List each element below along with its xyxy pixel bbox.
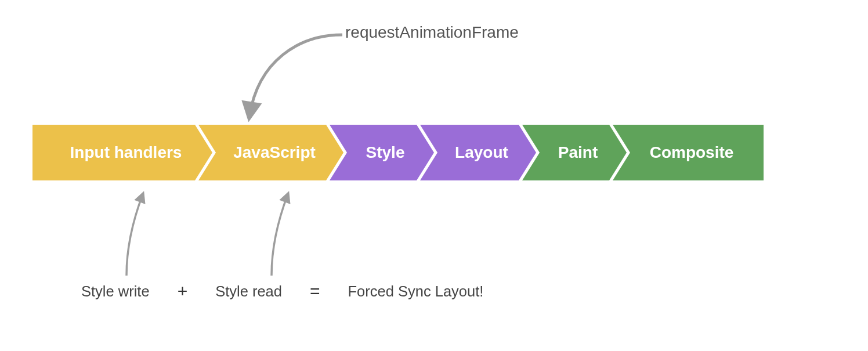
arrow-raf-icon — [235, 29, 351, 122]
stage-label: Composite — [632, 143, 744, 162]
arrow-style-write-icon — [116, 190, 162, 277]
stage-paint: Paint — [522, 125, 627, 180]
label-style-write: Style write — [81, 283, 150, 300]
stage-input-handlers: Input handlers — [32, 125, 212, 180]
stage-label: Layout — [437, 143, 519, 162]
op-plus: + — [178, 281, 188, 301]
pipeline: Input handlers JavaScript Style Layout P… — [32, 125, 836, 180]
label-style-read: Style read — [215, 283, 282, 300]
frame-lifecycle-diagram: requestAnimationFrame Input handlers Jav… — [0, 0, 868, 351]
stage-label: Paint — [541, 143, 608, 162]
stage-javascript: JavaScript — [198, 125, 343, 180]
annotation-raf-label: requestAnimationFrame — [345, 23, 519, 42]
stage-layout: Layout — [420, 125, 536, 180]
label-forced-sync-layout: Forced Sync Layout! — [348, 283, 484, 300]
stage-label: JavaScript — [216, 143, 326, 162]
stage-composite: Composite — [613, 125, 764, 180]
stage-style: Style — [330, 125, 434, 180]
bottom-equation: Style write + Style read = Forced Sync L… — [81, 281, 483, 301]
stage-label: Input handlers — [53, 143, 193, 162]
arrow-style-read-icon — [261, 190, 308, 277]
stage-label: Style — [349, 143, 415, 162]
op-equals: = — [310, 281, 320, 301]
